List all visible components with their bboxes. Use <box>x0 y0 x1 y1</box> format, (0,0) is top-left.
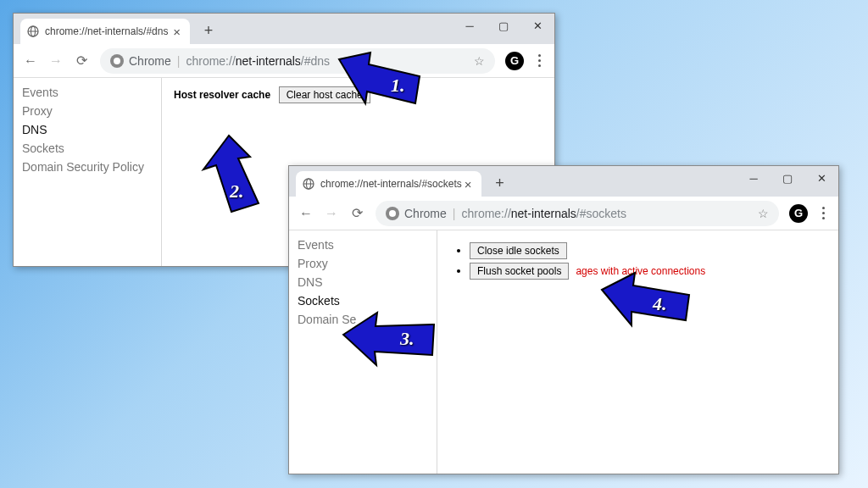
url-host: net-internals <box>236 54 301 68</box>
back-button[interactable]: ← <box>19 49 42 73</box>
close-idle-sockets-button[interactable]: Close idle sockets <box>470 242 567 259</box>
url-prefix: chrome:// <box>461 207 510 220</box>
main-pane: Close idle sockets Flush socket poolsage… <box>437 230 838 474</box>
titlebar: chrome://net-internals/#dns × + ─ ▢ ✕ <box>14 14 554 44</box>
list-item: Flush socket poolsages with active conne… <box>470 263 826 280</box>
chrome-icon <box>386 207 399 220</box>
address-bar[interactable]: Chrome | chrome://net-internals/#sockets… <box>376 201 779 226</box>
sidebar: Events Proxy DNS Sockets Domain Se <box>289 230 437 474</box>
star-icon[interactable]: ☆ <box>758 207 769 220</box>
url-host: net-internals <box>511 207 576 220</box>
sidebar-item-events[interactable]: Events <box>289 236 437 254</box>
flush-socket-pools-button[interactable]: Flush socket pools <box>470 263 569 280</box>
minimize-button[interactable]: ─ <box>737 166 771 190</box>
back-button[interactable]: ← <box>294 202 318 225</box>
toolbar: ← → ⟳ Chrome | chrome://net-internals/#d… <box>14 44 554 78</box>
extension-badge[interactable]: G <box>505 52 524 70</box>
sidebar-item-proxy[interactable]: Proxy <box>289 254 437 273</box>
globe-icon <box>303 178 314 190</box>
tab-title: chrome://net-internals/#dns <box>45 25 168 37</box>
new-tab-button[interactable]: + <box>198 22 219 40</box>
titlebar: chrome://net-internals/#sockets × + ─ ▢ … <box>289 166 838 197</box>
toolbar: ← → ⟳ Chrome | chrome://net-internals/#s… <box>289 197 838 230</box>
sidebar-item-domain-security[interactable]: Domain Se <box>289 310 437 329</box>
address-bar[interactable]: Chrome | chrome://net-internals/#dns ☆ <box>100 48 495 74</box>
close-button[interactable]: ✕ <box>520 14 554 37</box>
sidebar-item-sockets[interactable]: Sockets <box>289 291 437 310</box>
list-item: Close idle sockets <box>470 242 826 259</box>
reload-button[interactable]: ⟳ <box>70 49 93 73</box>
reload-button[interactable]: ⟳ <box>345 202 369 225</box>
close-button[interactable]: ✕ <box>804 166 838 190</box>
url-suffix: /#sockets <box>576 207 626 220</box>
omnibox-label: Chrome <box>129 54 171 68</box>
maximize-button[interactable]: ▢ <box>487 14 520 37</box>
globe-icon <box>27 25 39 37</box>
menu-button[interactable] <box>529 51 549 70</box>
extension-badge[interactable]: G <box>789 204 808 223</box>
host-resolver-label: Host resolver cache <box>174 89 270 101</box>
sidebar-item-dns[interactable]: DNS <box>289 273 437 291</box>
tab-close-icon[interactable]: × <box>462 177 475 191</box>
browser-tab[interactable]: chrome://net-internals/#sockets × <box>296 171 481 197</box>
forward-button[interactable]: → <box>320 202 343 225</box>
window-controls: ─ ▢ ✕ <box>737 166 838 190</box>
tab-title: chrome://net-internals/#sockets <box>320 178 462 190</box>
sidebar-item-proxy[interactable]: Proxy <box>14 102 161 120</box>
sidebar-item-sockets[interactable]: Sockets <box>14 139 161 158</box>
url-suffix: /#dns <box>301 54 330 68</box>
menu-button[interactable] <box>813 203 833 223</box>
new-tab-button[interactable]: + <box>490 175 510 192</box>
warning-text: ages with active connections <box>576 265 705 277</box>
tab-close-icon[interactable]: × <box>170 25 183 39</box>
page-content: Events Proxy DNS Sockets Domain Se Close… <box>289 230 838 474</box>
sidebar-item-events[interactable]: Events <box>14 83 161 102</box>
url-prefix: chrome:// <box>186 54 235 68</box>
omnibox-label: Chrome <box>404 207 447 220</box>
minimize-button[interactable]: ─ <box>453 14 487 37</box>
chrome-window-sockets: chrome://net-internals/#sockets × + ─ ▢ … <box>288 165 839 474</box>
sidebar-item-dns[interactable]: DNS <box>14 120 161 139</box>
star-icon[interactable]: ☆ <box>474 54 485 68</box>
clear-host-cache-button[interactable]: Clear host cache <box>279 86 370 103</box>
maximize-button[interactable]: ▢ <box>771 166 804 190</box>
chrome-icon <box>110 54 124 68</box>
forward-button[interactable]: → <box>44 49 68 73</box>
sidebar: Events Proxy DNS Sockets Domain Security… <box>14 78 162 266</box>
sidebar-item-domain-security[interactable]: Domain Security Policy <box>14 158 161 176</box>
browser-tab[interactable]: chrome://net-internals/#dns × <box>20 19 190 44</box>
window-controls: ─ ▢ ✕ <box>453 14 554 37</box>
